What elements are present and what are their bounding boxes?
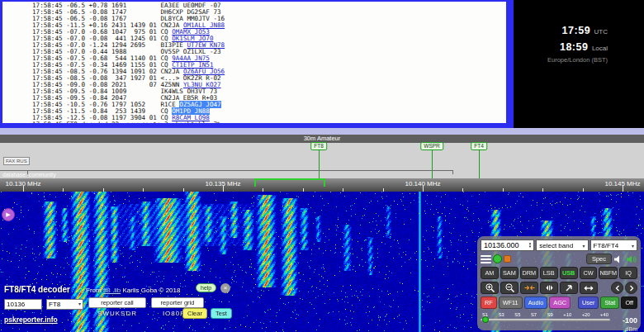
credit-text: Karlis Goba © 2018 bbox=[123, 287, 181, 294]
chevron-down-icon: ▾ bbox=[632, 243, 634, 249]
utc-clock: 17:59 UTC bbox=[514, 22, 608, 37]
smeter-tick-label: +20 bbox=[582, 312, 590, 317]
utc-time: 17:59 bbox=[562, 25, 590, 36]
zoom-max-in-icon[interactable] bbox=[560, 282, 578, 294]
frequency-scale[interactable]: 10.130 MHz10.135 MHz10.140 MHz10.145 MHz bbox=[0, 178, 644, 192]
band-select[interactable]: select band ▾ bbox=[536, 240, 588, 251]
mode-button-usb[interactable]: USB bbox=[560, 267, 578, 279]
mode-button-nbfm[interactable]: NBFM bbox=[599, 267, 618, 279]
scale-label: 10.145 MHz bbox=[604, 180, 640, 187]
mode-button-drm[interactable]: DRM bbox=[520, 267, 538, 279]
spectrum-button[interactable]: Spec bbox=[586, 254, 612, 264]
zoom-width-icon[interactable] bbox=[580, 282, 598, 294]
status-led-icon[interactable] bbox=[493, 254, 502, 263]
zoom-in-icon[interactable] bbox=[481, 282, 499, 294]
console-line: 17:58:45 FT8 decoded 22, new spots 3, ha… bbox=[32, 121, 506, 123]
zoom-row bbox=[481, 282, 637, 294]
extension-select[interactable]: FT8/FT4 ▾ bbox=[590, 240, 637, 251]
smeter-knob[interactable] bbox=[482, 316, 489, 323]
mode-button-iq[interactable]: IQ bbox=[619, 267, 637, 279]
decoder-mode-select[interactable]: FT8 ▾ bbox=[46, 299, 83, 310]
band-flag-ft8[interactable]: FT8 bbox=[310, 142, 327, 150]
spin-down-icon[interactable]: ▼ bbox=[528, 245, 532, 249]
menu-icon[interactable] bbox=[481, 255, 491, 263]
console-log[interactable]: 17:58:45 -06.5 +0.78 1691 EA3EE UE0MDF -… bbox=[2, 2, 506, 123]
frequency-input[interactable] bbox=[481, 241, 527, 249]
zoom-full-out-icon[interactable] bbox=[540, 282, 558, 294]
mode-button-lsb[interactable]: LSB bbox=[540, 267, 558, 279]
speaker-on-icon[interactable] bbox=[626, 254, 637, 264]
timezone-label: Europe/London (BST) bbox=[514, 56, 608, 64]
frequency-stepper[interactable]: ▲ ▼ bbox=[527, 242, 533, 249]
passband-indicator[interactable] bbox=[254, 178, 325, 187]
decoder-frequency-input[interactable] bbox=[4, 299, 42, 310]
decoder-mode-value: FT8 bbox=[49, 301, 60, 308]
mode-button-sam[interactable]: SAM bbox=[500, 267, 519, 279]
band-limit-tick bbox=[452, 170, 453, 174]
reporter-call-button[interactable]: reporter call bbox=[88, 297, 146, 308]
band-limit-line bbox=[0, 170, 453, 171]
smeter-value: -100 bbox=[623, 316, 637, 325]
smeter-readout: -100 dBm bbox=[614, 311, 637, 332]
ft8lib-link[interactable]: ft8_lib bbox=[103, 287, 121, 294]
pskreporter-link[interactable]: pskreporter.info bbox=[4, 315, 58, 324]
tab-audio[interactable]: Audio bbox=[524, 296, 548, 309]
band-flag-wspr[interactable]: WSPR bbox=[420, 142, 443, 150]
band-flag-line bbox=[432, 150, 433, 178]
smeter-tick-label: S3 bbox=[499, 312, 504, 317]
scale-label: 10.135 MHz bbox=[205, 180, 240, 187]
panel-toggle-button[interactable]: ▶ bbox=[2, 208, 15, 221]
log-text: 17:58:45 FT8 decoded 22, new spots 3, ha… bbox=[32, 121, 221, 123]
local-label: Local bbox=[592, 45, 608, 52]
icon-row: Spec bbox=[481, 254, 637, 264]
test-button[interactable]: Test bbox=[211, 308, 232, 319]
page-left-icon[interactable] bbox=[611, 282, 623, 294]
local-clock: 18:59 Local bbox=[514, 39, 608, 54]
chevron-down-icon: ▾ bbox=[583, 243, 585, 249]
play-icon: ▶ bbox=[6, 211, 10, 217]
tab-wf11[interactable]: WF11 bbox=[499, 296, 523, 309]
smeter-row: S1S3S5S7S9+10+20+40 -100 dBm bbox=[481, 311, 637, 332]
smeter-unit: dBm bbox=[614, 326, 637, 332]
smeter-scale: S1S3S5S7S9+10+20+40 bbox=[481, 312, 610, 317]
zoom-to-band-icon[interactable] bbox=[520, 282, 538, 294]
local-time: 18:59 bbox=[560, 41, 588, 53]
page-right-icon[interactable] bbox=[625, 282, 637, 294]
tab-agc[interactable]: AGC bbox=[549, 296, 571, 309]
mode-button-am[interactable]: AM bbox=[481, 267, 499, 279]
smeter-track[interactable] bbox=[481, 319, 610, 321]
marker-icon[interactable] bbox=[504, 255, 511, 263]
database-label: database: community bbox=[2, 172, 56, 178]
mode-buttons: AMSAMDRMLSBUSBCWNBFMIQ bbox=[481, 267, 637, 279]
band-select-value: select band bbox=[539, 242, 573, 249]
scale-label: 10.140 MHz bbox=[405, 180, 440, 187]
tab-stat[interactable]: Stat bbox=[600, 296, 619, 309]
tab-user[interactable]: User bbox=[578, 296, 599, 309]
clear-button[interactable]: Clear bbox=[182, 308, 207, 319]
control-panel: ▲ ▼ select band ▾ FT8/FT4 ▾ Spec AMSAMDR… bbox=[477, 236, 641, 330]
extension-bar bbox=[0, 128, 644, 135]
smeter-tick-label: S9 bbox=[547, 312, 553, 317]
decoder-credit: From ft8_lib Karlis Goba © 2018 bbox=[86, 287, 180, 294]
smeter-tick-label: S7 bbox=[531, 312, 537, 317]
ft8-decoder-panel: FT8/FT4 decoder From ft8_lib Karlis Goba… bbox=[2, 282, 244, 332]
utc-label: UTC bbox=[594, 28, 608, 36]
smeter-tick-label: +40 bbox=[600, 312, 608, 317]
clock-panel: 17:59 UTC 18:59 Local Europe/London (BST… bbox=[514, 0, 644, 128]
tab-off[interactable]: Off bbox=[621, 296, 637, 309]
band-flag-line bbox=[319, 150, 320, 178]
band-flag-fax-rus[interactable]: FAX RUS bbox=[3, 157, 30, 165]
mode-button-cw[interactable]: CW bbox=[580, 267, 598, 279]
zoom-out-icon[interactable] bbox=[500, 282, 519, 294]
reporter-grid-button[interactable]: reporter grid bbox=[151, 297, 204, 308]
extension-select-value: FT8/FT4 bbox=[594, 242, 619, 249]
speaker-mute-icon[interactable] bbox=[613, 254, 624, 264]
band-flag-line bbox=[479, 150, 480, 178]
band-flag-ft4[interactable]: FT4 bbox=[471, 142, 487, 150]
smeter-tick-label: S5 bbox=[514, 312, 520, 317]
tab-rf[interactable]: RF bbox=[481, 296, 497, 309]
scale-label: 10.130 MHz bbox=[5, 180, 40, 187]
frequency-row: ▲ ▼ select band ▾ FT8/FT4 ▾ bbox=[481, 240, 637, 251]
help-button[interactable]: help bbox=[196, 283, 216, 292]
close-icon[interactable]: × bbox=[220, 283, 230, 293]
